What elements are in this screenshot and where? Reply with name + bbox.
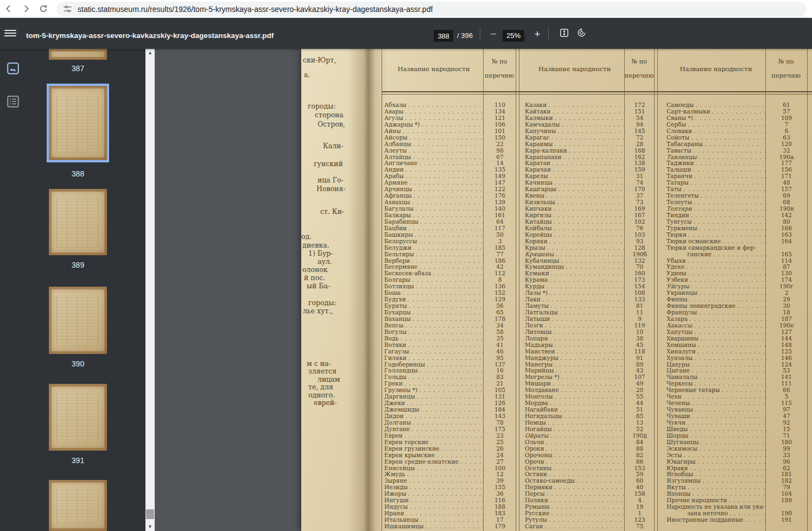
thumbnail-page-next[interactable] — [49, 480, 107, 531]
table-row: Шугнанцы180 — [667, 439, 807, 446]
zoom-in-button[interactable]: + — [530, 27, 544, 41]
table-row: Иностранные подданные191 — [667, 517, 807, 523]
back-button[interactable] — [1, 1, 16, 16]
page-number-input[interactable] — [434, 30, 453, 42]
left-page-text-fragment: лье хут., — [303, 307, 333, 315]
table-row: Крызы128 — [525, 245, 654, 251]
site-settings-icon — [63, 4, 72, 14]
left-page-edge: ски-Юрт,а.городы:сторонаОстров,Кали-гунс… — [301, 49, 351, 531]
table-row: Евреи грузинские26 — [384, 446, 516, 452]
url-bar[interactable]: static.statmuseum.ru/results/1926/tom-5-… — [56, 2, 807, 16]
page-total: / 396 — [457, 31, 473, 40]
thumbnail-preview — [56, 198, 99, 248]
table-row: Сербы7 — [667, 122, 807, 128]
column-header-num: № по — [483, 58, 516, 65]
scroll-up-button[interactable]: ▲ — [145, 49, 155, 57]
sidebar-scrollbar[interactable]: ▲ ▼ — [145, 49, 155, 531]
left-page-text-fragment: еврей- — [314, 399, 337, 407]
thumbnail-page-389[interactable] — [49, 189, 107, 255]
reload-icon — [39, 4, 48, 14]
table-row: Словаки6 — [667, 128, 807, 135]
ethnicity-column-1: Абхазы110Авары134Агулы121Аджарцы *)106Ай… — [384, 102, 516, 530]
table-row: Белоруссы3 — [384, 238, 516, 245]
rotate-icon — [576, 28, 587, 38]
table-row: Хиналуги125 — [667, 349, 807, 355]
thumbnail-preview — [56, 94, 99, 153]
table-row: ганские165 — [667, 251, 807, 258]
toolbar-divider — [548, 28, 549, 40]
table-vertical-rule — [382, 49, 382, 531]
rotate-button[interactable] — [574, 27, 588, 41]
table-row: Айны101 — [384, 128, 516, 135]
table-vertical-rule — [807, 49, 808, 531]
thumbnail-page-label: 389 — [49, 261, 107, 269]
table-row: Туркмены166 — [667, 225, 807, 232]
table-row: Вотяки41 — [384, 342, 516, 349]
scrollbar-thumb[interactable] — [146, 509, 154, 519]
left-page-text-fragment: гунский — [314, 160, 343, 168]
table-row: Аджарцы *)106 — [384, 122, 516, 128]
table-row: Койбалы76 — [525, 225, 654, 232]
thumbnail-preview — [56, 489, 99, 523]
menu-button[interactable] — [4, 28, 16, 38]
thumbnail-page-388[interactable] — [49, 86, 107, 160]
table-row: Гиляки95 — [384, 355, 516, 362]
document-outline-button[interactable] — [5, 94, 21, 110]
left-page-text-fragment: од. — [301, 232, 312, 241]
column-header-num: № по — [624, 58, 654, 65]
table-row: Кряшены190б — [525, 251, 654, 258]
table-row: Алеуты98 — [384, 148, 516, 154]
document-title: tom-5-krymskaya-assr-severo-kavkazskiy-k… — [26, 31, 274, 40]
table-row: Хунзалы146 — [667, 355, 807, 362]
column-header-num: перечню — [765, 72, 807, 79]
column-header-name: Название народности — [384, 65, 483, 73]
table-row: Рутулы123 — [525, 517, 654, 523]
table-row: Орочоны82 — [525, 452, 654, 459]
left-page-text-fragment: сторона — [315, 111, 344, 119]
pdf-viewer-canvas[interactable]: ски-Юрт,а.городы:сторонаОстров,Кали-гунс… — [155, 49, 812, 531]
thumbnail-page-label: 391 — [49, 456, 107, 465]
table-row: Тюрки163 — [667, 232, 807, 238]
left-page-text-fragment: аул. — [318, 257, 332, 266]
table-row: Шорцы71 — [667, 433, 807, 439]
left-page-text-fragment: ый Ба- — [307, 282, 330, 290]
table-row: Корейцы103 — [525, 232, 654, 238]
ethnicity-column-2: Казаки172Кайтаки151Калмыки54Камчадалы94К… — [525, 102, 654, 530]
table-row: Хваршины144 — [667, 336, 807, 342]
column-header-num: № по — [765, 58, 807, 65]
thumbnail-page-391[interactable] — [49, 384, 107, 451]
table-row: Тюрки османские164 — [667, 238, 807, 245]
table-vertical-rule — [657, 49, 658, 531]
table-row: Коряки93 — [525, 238, 654, 245]
table-row: Орочи86 — [525, 459, 654, 465]
pdf-viewer-toolbar: tom-5-krymskaya-assr-severo-kavkazskiy-k… — [0, 18, 812, 49]
fit-to-page-button[interactable] — [557, 27, 571, 41]
table-row: Вогулы58 — [384, 329, 516, 336]
table-row: Ойраты190д — [525, 433, 654, 439]
table-row: Сойоты63 — [667, 135, 807, 141]
table-row: Юкагиры96 — [667, 459, 807, 465]
thumbnails-view-icon — [6, 61, 20, 75]
thumbnail-preview — [56, 295, 99, 346]
thumbnail-page-387[interactable] — [49, 49, 107, 60]
forward-button[interactable] — [18, 1, 34, 16]
thumbnail-sidebar: 387388389390391 — [0, 49, 145, 531]
left-page-text-fragment: одного. — [308, 391, 335, 399]
left-page-text-fragment: зляется — [308, 367, 337, 375]
thumbnails-view-button[interactable] — [5, 61, 21, 77]
thumbnail-page-390[interactable] — [49, 287, 107, 354]
thumbnail-page-label: 387 — [49, 64, 107, 73]
zoom-out-button[interactable]: − — [486, 27, 500, 41]
table-row: Капучины145 — [525, 128, 654, 135]
left-page-text-fragment: те, для — [308, 383, 333, 391]
table-row: Водь35 — [384, 336, 516, 342]
left-page-text-fragment: ица Го- — [318, 176, 344, 184]
column-header-num: перечню — [483, 72, 516, 79]
table-row: Евреи23 — [384, 433, 516, 439]
zoom-level[interactable]: 25% — [503, 30, 524, 42]
reload-button[interactable] — [36, 1, 51, 16]
table-row: Евреи горские25 — [384, 439, 516, 446]
left-page-text-fragment: ст. Ки- — [320, 207, 344, 216]
scroll-down-button[interactable]: ▼ — [145, 523, 155, 531]
table-row: Караимы28 — [525, 141, 654, 148]
